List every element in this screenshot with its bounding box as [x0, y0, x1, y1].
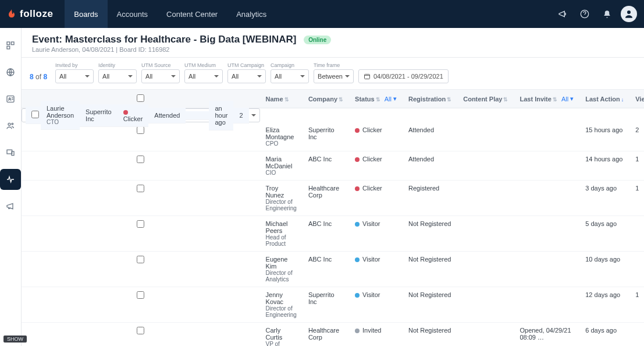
tab-accounts[interactable]: Accounts: [108, 0, 157, 28]
cell-last-action: 14 hours ago: [579, 151, 629, 181]
cell-registration: Not Registered: [403, 287, 457, 323]
row-checkbox[interactable]: [137, 185, 144, 192]
filter-select-4[interactable]: All: [227, 69, 266, 83]
cell-status: Clicker: [349, 151, 403, 181]
table-row[interactable]: Carly CurtisVP of Engineering Healthcare…: [22, 323, 644, 347]
announce-icon[interactable]: [554, 6, 571, 22]
cell-content-play: [457, 181, 514, 216]
table-row[interactable]: Jenny KovacDirector of Engineering Super…: [22, 287, 644, 323]
cell-company: ABC Inc: [303, 151, 349, 181]
cell-company: Superrito Inc: [303, 122, 349, 151]
cell-registration: Attended: [403, 151, 457, 181]
invite-filter-all[interactable]: All ▾: [561, 95, 574, 103]
status-pill: Online: [304, 36, 331, 44]
filter-label: Invited by: [55, 62, 94, 68]
result-count: 8 of 8: [30, 73, 47, 83]
status-filter-all[interactable]: All ▾: [385, 95, 397, 103]
table-row[interactable]: Maria McDanielCIO ABC Inc Clicker Attend…: [22, 151, 644, 181]
row-checkbox[interactable]: [31, 111, 39, 118]
col-registration[interactable]: Registration⇅: [403, 90, 457, 108]
cell-company: Superrito Inc: [303, 287, 349, 323]
leads-table: Name⇅ Company⇅ Status⇅ All ▾ Registratio…: [22, 90, 644, 346]
svg-point-9: [12, 123, 13, 125]
tab-boards[interactable]: Boards: [65, 0, 107, 28]
cell-name: Eugene KimDirector of Analytics: [260, 252, 303, 287]
bell-icon[interactable]: [599, 6, 615, 22]
col-viewed[interactable]: Viewed⇅: [629, 90, 644, 108]
filter-select-2[interactable]: All: [141, 69, 180, 83]
cell-last-action: 3 days ago: [579, 181, 629, 216]
rail-contact-icon[interactable]: [0, 89, 21, 110]
cell-name: Troy NunezDirector of Engineering: [260, 181, 303, 216]
svg-rect-2: [7, 42, 10, 45]
cell-name: Eliza MontagneCPO: [260, 122, 303, 151]
cell-viewed: 1: [629, 181, 644, 216]
rail-people-icon[interactable]: [0, 115, 21, 136]
rail-globe-icon[interactable]: [0, 62, 21, 83]
svg-point-1: [627, 10, 631, 14]
cell-name: Carly CurtisVP of Engineering: [260, 323, 303, 347]
rail-activity-icon[interactable]: [0, 169, 21, 190]
filter-select-5[interactable]: All: [271, 69, 309, 83]
tab-analytics[interactable]: Analytics: [227, 0, 276, 28]
filter-bar: 8 of 8 Invited by AllIdentity AllUTM Sou…: [22, 58, 644, 90]
user-avatar[interactable]: [621, 6, 637, 22]
page-subtitle: Laurie Anderson, 04/08/2021 | Board ID: …: [32, 46, 169, 53]
cell-viewed: 2: [233, 108, 248, 123]
table-row[interactable]: Michael PeersHead of Product ABC Inc Vis…: [22, 216, 644, 252]
cell-last-invite: [514, 252, 579, 287]
rail-devices-icon[interactable]: [0, 142, 21, 163]
row-checkbox[interactable]: [137, 156, 144, 163]
col-last-action[interactable]: Last Action↓: [579, 90, 629, 108]
cell-content-play: [186, 111, 197, 120]
col-company[interactable]: Company⇅: [303, 90, 349, 108]
calendar-small-icon: [364, 73, 371, 80]
cell-last-invite: [514, 151, 579, 181]
table-row[interactable]: Eugene KimDirector of Analytics ABC Inc …: [22, 252, 644, 287]
cell-status: Invited: [349, 323, 403, 347]
rail-megaphone-icon[interactable]: [0, 196, 21, 217]
cell-status: Clicker: [349, 181, 403, 216]
rail-board-icon[interactable]: [0, 35, 21, 56]
filter-select-1[interactable]: All: [98, 69, 137, 83]
filter-select-3[interactable]: All: [184, 69, 223, 83]
cell-viewed: 1: [629, 287, 644, 323]
select-all-checkbox[interactable]: [137, 94, 144, 102]
cell-registration: Attended: [148, 108, 186, 123]
help-icon[interactable]: [577, 6, 593, 22]
cell-last-action: 12 days ago: [579, 287, 629, 323]
cell-viewed: 1: [629, 151, 644, 181]
col-status[interactable]: Status⇅ All ▾: [349, 90, 403, 108]
cell-last-invite: Opened, 04/29/21 08:09 …: [514, 323, 579, 347]
filter-select-0[interactable]: All: [55, 69, 94, 83]
flame-icon: [7, 9, 16, 19]
cell-status: Visitor: [349, 216, 403, 252]
col-last-invite[interactable]: Last Invite⇅ All ▾: [514, 90, 579, 108]
cell-content-play: [457, 151, 514, 181]
row-checkbox[interactable]: [137, 256, 144, 263]
show-tag: SHOW: [3, 336, 27, 343]
col-name[interactable]: Name⇅: [260, 90, 303, 108]
table-row[interactable]: Laurie AndersonCTO Superrito Inc Clicker…: [22, 108, 260, 122]
cell-viewed: [629, 252, 644, 287]
cell-company: Healthcare Corp: [303, 181, 349, 216]
row-checkbox[interactable]: [137, 327, 144, 334]
tab-content-center[interactable]: Content Center: [157, 0, 227, 28]
cell-company: ABC Inc: [303, 216, 349, 252]
cell-company: ABC Inc: [303, 252, 349, 287]
cell-last-action: an hour ago: [209, 101, 233, 130]
cell-name: Jenny KovacDirector of Engineering: [260, 287, 303, 323]
cell-last-action: 10 days ago: [579, 252, 629, 287]
date-range-picker[interactable]: 04/08/2021 - 09/29/2021: [358, 69, 449, 83]
row-checkbox[interactable]: [137, 126, 144, 134]
cell-company: Healthcare Corp: [303, 323, 349, 347]
row-checkbox[interactable]: [137, 291, 144, 299]
cell-viewed: [629, 323, 644, 347]
filter-select-6[interactable]: Between: [314, 69, 354, 83]
col-content-play[interactable]: Content Play⇅: [457, 90, 514, 108]
cell-registration: Not Registered: [403, 216, 457, 252]
row-checkbox[interactable]: [137, 220, 144, 228]
filter-label: Identity: [98, 62, 137, 68]
filter-label: Campaign: [271, 62, 309, 68]
table-row[interactable]: Troy NunezDirector of Engineering Health…: [22, 181, 644, 216]
